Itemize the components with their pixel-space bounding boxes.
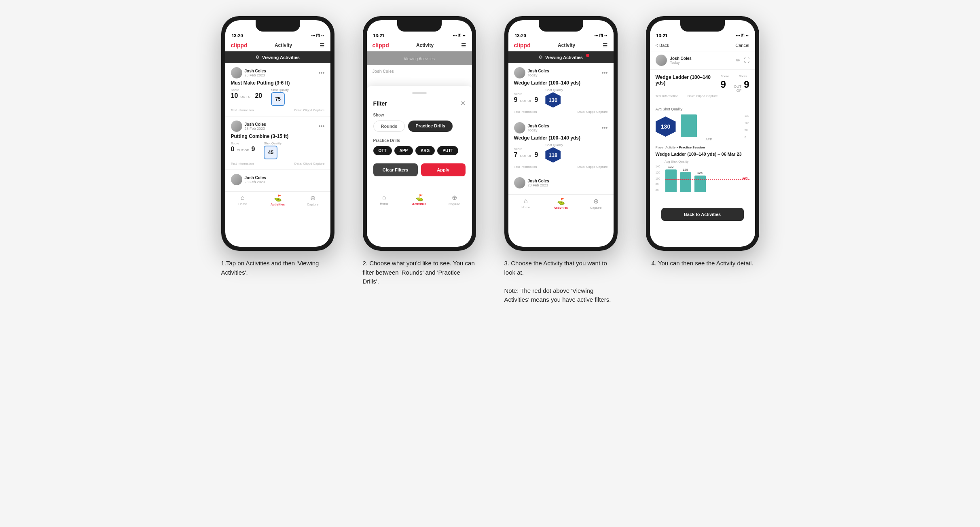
phone-3: 13:20 ▪▪▪ ⚿ ▪▪ clippd Activity ☰ ⚙ Viewi…: [504, 16, 618, 251]
home-label-1: Home: [238, 202, 247, 206]
clippd-logo-2: clippd: [373, 42, 389, 49]
nav-capture-1[interactable]: ⊕ Capture: [295, 194, 330, 206]
p3-activity-card-3-stub: Josh Coles 28 Feb 2023: [508, 173, 614, 195]
battery-icon-3: ▪▪: [604, 34, 607, 38]
back-to-activities-button[interactable]: Back to Activities: [661, 208, 744, 221]
page-container: 13:20 ▪▪▪ ⚿ ▪▪ clippd Activity ☰ ⚙ Viewi…: [213, 16, 767, 305]
nav-home-3[interactable]: ⌂ Home: [508, 197, 544, 210]
p3-activity-card-2[interactable]: Josh Coles Today ••• Wedge Ladder (100–1…: [508, 118, 614, 173]
p3-shots-2: 9: [534, 151, 538, 159]
dimmed-card: Josh Coles: [367, 65, 472, 78]
activity-card-3-stub: Josh Coles 28 Feb 2023: [225, 170, 330, 191]
capture-icon-1: ⊕: [310, 194, 315, 202]
user-name-1: Josh Coles: [245, 69, 266, 73]
detail-user-row: Josh Coles Today ✏ ⛶: [650, 51, 755, 70]
p3-card-2-header: Josh Coles Today •••: [514, 122, 608, 133]
p3-dots-1[interactable]: •••: [602, 70, 608, 76]
dashed-value-label: 124: [742, 176, 747, 180]
edit-icon[interactable]: ✏: [736, 57, 741, 63]
activity-card-2[interactable]: Josh Coles 28 Feb 2023 ••• Putting Combi…: [225, 116, 330, 170]
user-date-2: 28 Feb 2023: [245, 127, 266, 131]
apply-button[interactable]: Apply: [421, 163, 466, 176]
data-source-2: Data: Clippd Capture: [294, 162, 325, 165]
dimmed-user: Josh Coles: [373, 69, 466, 74]
p3-activity-card-1[interactable]: Josh Coles Today ••• Wedge Ladder (100–1…: [508, 63, 614, 118]
cancel-button[interactable]: Cancel: [735, 43, 749, 48]
expand-icon[interactable]: ⛶: [744, 57, 749, 63]
dots-menu-2[interactable]: •••: [319, 123, 325, 129]
caption-3: 3. Choose the Activity that you want to …: [504, 259, 618, 305]
phone-4-time: 13:21: [656, 33, 668, 38]
bar-value-1: 132: [668, 165, 673, 169]
back-button[interactable]: < Back: [656, 43, 669, 48]
clear-filters-button[interactable]: Clear Filters: [373, 163, 418, 176]
chip-ott[interactable]: OTT: [373, 146, 392, 155]
bar-wrap-1: 132: [665, 165, 677, 192]
chart-y-130: 130: [745, 114, 749, 117]
nav-home-2[interactable]: ⌂ Home: [367, 194, 402, 206]
nav-activities-1[interactable]: ⛳ Activities: [260, 194, 295, 206]
shots-value-1: 20: [255, 92, 262, 99]
viewing-activities-bar-3[interactable]: ⚙ Viewing Activities: [508, 51, 614, 63]
home-icon-1: ⌂: [241, 194, 245, 201]
home-icon-2: ⌂: [382, 194, 386, 201]
sq-label-1: Shot Quality: [271, 88, 289, 92]
wifi-icon-2: ⚿: [458, 34, 461, 38]
p3-score-2: 7: [514, 151, 518, 159]
nav-activities-3[interactable]: ⛳ Activities: [543, 197, 578, 210]
p3-sq-badge-1: 130: [545, 92, 561, 108]
nav-capture-2[interactable]: ⊕ Capture: [437, 194, 472, 206]
p3-avatar-1: [514, 67, 525, 78]
score-col-label: Score: [720, 74, 729, 78]
dots-menu-1[interactable]: •••: [319, 70, 325, 76]
p3-score-1: 9: [514, 96, 518, 104]
capture-icon-2: ⊕: [452, 194, 457, 201]
bottom-nav-1: ⌂ Home ⛳ Activities ⊕ Capture: [225, 191, 330, 210]
nav-home-1[interactable]: ⌂ Home: [225, 194, 260, 206]
rounds-tab[interactable]: Rounds: [373, 121, 405, 132]
chip-app[interactable]: APP: [394, 146, 413, 155]
nav-capture-3[interactable]: ⊕ Capture: [578, 197, 614, 210]
wifi-icon: ⚿: [316, 34, 320, 38]
nav-activities-2[interactable]: ⛳ Activities: [402, 194, 437, 206]
player-activity-section: Player Activity ▸ Practice Session: [650, 143, 755, 150]
activity-card-1[interactable]: Josh Coles 28 Feb 2023 ••• Must Make Put…: [225, 63, 330, 116]
caption-1: 1.Tap on Activities and then 'Viewing Ac…: [221, 259, 334, 277]
p3-user-date-1: Today: [528, 73, 549, 77]
dashed-trend-line: [665, 179, 749, 180]
header-title-2: Activity: [416, 42, 434, 48]
phone-2: 13:21 ▪▪▪ ⚿ ▪▪ clippd Activity ☰ Viewing…: [363, 16, 476, 251]
chip-putt[interactable]: PUTT: [437, 146, 458, 155]
detail-avatar: [656, 55, 667, 66]
close-filter-button[interactable]: ✕: [460, 99, 466, 107]
p3-card-footer-2: Test Information Data: Clippd Capture: [514, 165, 608, 169]
viewing-activities-bar[interactable]: ⚙ Viewing Activities: [225, 51, 330, 63]
practice-drills-tab[interactable]: Practice Drills: [408, 121, 452, 132]
bottom-nav-3: ⌂ Home ⛳ Activities ⊕ Capture: [508, 195, 614, 214]
battery-icon: ▪▪: [321, 34, 324, 38]
bar-wrap-2: 129: [680, 168, 691, 192]
menu-icon-2[interactable]: ☰: [461, 42, 466, 49]
bottom-nav-2: ⌂ Home ⛳ Activities ⊕ Capture: [367, 191, 472, 210]
wifi-icon-4: ⚿: [741, 34, 745, 38]
step-4-column: 13:21 ▪▪▪ ⚿ ▪▪ < Back Cancel: [638, 16, 767, 268]
p3-dots-2[interactable]: •••: [602, 125, 608, 131]
avatar-2: [231, 121, 242, 132]
p3-user-name-1: Josh Coles: [528, 69, 549, 73]
card-footer-2: Test Information Data: Clippd Capture: [231, 162, 325, 165]
phone-4-screen: 13:21 ▪▪▪ ⚿ ▪▪ < Back Cancel: [650, 20, 755, 247]
menu-icon[interactable]: ☰: [320, 42, 325, 49]
sq-label-2: Shot Quality: [264, 142, 282, 145]
activities-label-1: Activities: [271, 203, 285, 206]
chip-arg[interactable]: ARG: [415, 146, 435, 155]
p3-sq-group-2: Shot Quality 118: [545, 143, 563, 163]
mini-bar: [681, 114, 697, 137]
bar-value-3: 124: [697, 171, 703, 175]
activities-icon-2: ⛳: [415, 194, 423, 201]
chart-y-axis: 140 120 100 80 60: [656, 165, 660, 192]
card-1-header: Josh Coles 28 Feb 2023 •••: [231, 67, 325, 78]
menu-icon-3[interactable]: ☰: [603, 42, 608, 49]
user-text-1: Josh Coles 28 Feb 2023: [245, 69, 266, 77]
phone-3-status-icons: ▪▪▪ ⚿ ▪▪: [595, 34, 607, 38]
activities-icon-1: ⛳: [274, 194, 282, 202]
